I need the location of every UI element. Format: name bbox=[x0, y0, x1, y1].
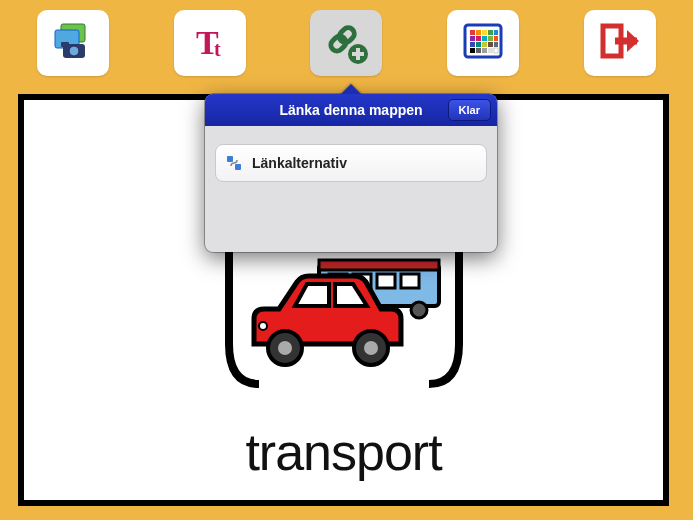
svg-rect-24 bbox=[476, 42, 481, 47]
svg-point-4 bbox=[69, 46, 79, 56]
svg-point-42 bbox=[411, 302, 427, 318]
text-icon: T t bbox=[186, 20, 234, 66]
svg-rect-22 bbox=[494, 36, 498, 41]
svg-rect-35 bbox=[319, 260, 439, 270]
svg-rect-16 bbox=[488, 30, 493, 35]
svg-rect-19 bbox=[476, 36, 481, 41]
svg-rect-28 bbox=[470, 48, 475, 53]
svg-rect-3 bbox=[61, 42, 69, 47]
popover-title: Länka denna mappen bbox=[279, 102, 422, 118]
svg-rect-17 bbox=[494, 30, 498, 35]
popover-header: Länka denna mappen Klar bbox=[205, 94, 497, 126]
svg-text:t: t bbox=[214, 38, 221, 60]
svg-point-47 bbox=[259, 322, 267, 330]
svg-rect-49 bbox=[235, 164, 241, 170]
svg-rect-23 bbox=[470, 42, 475, 47]
svg-rect-30 bbox=[482, 48, 487, 53]
svg-rect-21 bbox=[488, 36, 493, 41]
link-options-row[interactable]: Länkalternativ bbox=[215, 144, 487, 182]
link-options-icon bbox=[226, 155, 242, 171]
svg-rect-8 bbox=[337, 25, 357, 45]
toolbar: T t bbox=[0, 0, 693, 82]
card-label: transport bbox=[245, 418, 441, 500]
svg-rect-20 bbox=[482, 36, 487, 41]
svg-rect-31 bbox=[488, 48, 493, 53]
link-options-label: Länkalternativ bbox=[252, 155, 347, 171]
svg-point-44 bbox=[278, 341, 292, 355]
svg-rect-26 bbox=[488, 42, 493, 47]
svg-rect-48 bbox=[227, 156, 233, 162]
toolbar-exit-button[interactable] bbox=[584, 10, 656, 76]
popover-body: Länkalternativ bbox=[205, 126, 497, 192]
link-popover: Länka denna mappen Klar Länkalternativ bbox=[205, 94, 497, 252]
svg-rect-25 bbox=[482, 42, 487, 47]
toolbar-color-button[interactable] bbox=[447, 10, 519, 76]
popover-done-label: Klar bbox=[459, 104, 480, 116]
svg-point-46 bbox=[364, 341, 378, 355]
color-palette-icon bbox=[461, 21, 505, 65]
svg-rect-38 bbox=[377, 274, 395, 288]
toolbar-text-button[interactable]: T t bbox=[174, 10, 246, 76]
svg-rect-29 bbox=[476, 48, 481, 53]
toolbar-link-button[interactable] bbox=[310, 10, 382, 76]
svg-rect-32 bbox=[494, 48, 498, 53]
toolbar-photos-button[interactable] bbox=[37, 10, 109, 76]
svg-rect-14 bbox=[476, 30, 481, 35]
popover-done-button[interactable]: Klar bbox=[448, 99, 491, 121]
svg-rect-39 bbox=[401, 274, 419, 288]
link-add-icon bbox=[320, 16, 372, 70]
exit-icon bbox=[597, 20, 643, 66]
svg-rect-11 bbox=[352, 52, 364, 56]
svg-rect-13 bbox=[470, 30, 475, 35]
svg-rect-18 bbox=[470, 36, 475, 41]
photos-icon bbox=[49, 20, 97, 66]
svg-rect-27 bbox=[494, 42, 498, 47]
svg-rect-15 bbox=[482, 30, 487, 35]
